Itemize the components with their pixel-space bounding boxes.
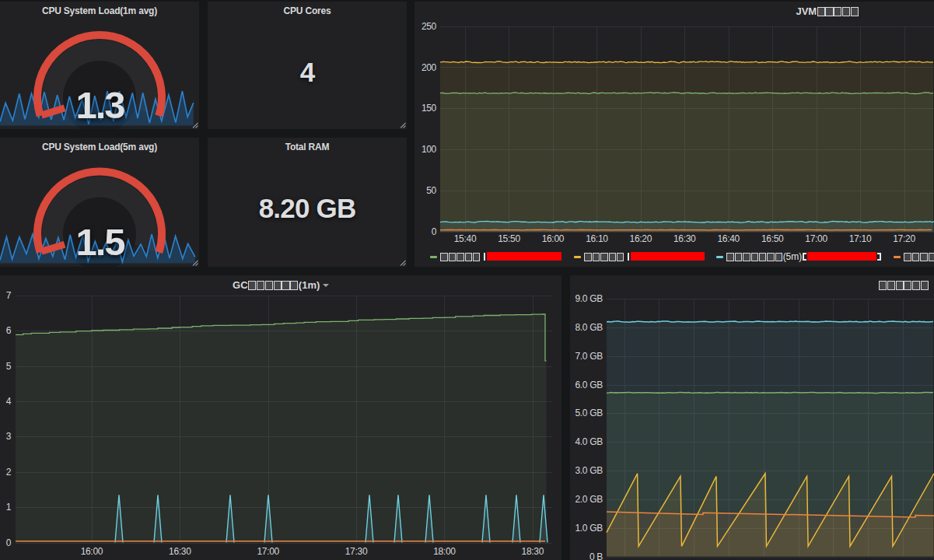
svg-text:16:30: 16:30 <box>673 233 696 244</box>
svg-text:17:30: 17:30 <box>345 546 368 557</box>
svg-text:7: 7 <box>6 290 12 301</box>
svg-text:6.0 GB: 6.0 GB <box>575 380 603 390</box>
svg-text:15:50: 15:50 <box>498 233 520 244</box>
svg-text:16:40: 16:40 <box>717 233 740 244</box>
svg-text:8.0 GB: 8.0 GB <box>575 322 603 333</box>
svg-text:3.0 GB: 3.0 GB <box>575 465 603 476</box>
svg-text:100: 100 <box>422 144 437 155</box>
svg-text:15:40: 15:40 <box>454 233 477 244</box>
svg-text:9.0 GB: 9.0 GB <box>575 293 603 304</box>
svg-text:2.0 GB: 2.0 GB <box>575 494 603 505</box>
svg-text:0 B: 0 B <box>589 551 603 560</box>
svg-text:250: 250 <box>422 21 437 32</box>
svg-text:4: 4 <box>6 396 12 407</box>
svg-text:2: 2 <box>6 467 12 478</box>
svg-text:16:00: 16:00 <box>81 546 103 557</box>
svg-text:16:50: 16:50 <box>761 233 784 244</box>
svg-text:0: 0 <box>6 537 12 548</box>
svg-text:18:30: 18:30 <box>522 546 544 557</box>
svg-text:16:20: 16:20 <box>630 233 652 244</box>
svg-text:18:00: 18:00 <box>433 546 456 557</box>
svg-text:1: 1 <box>6 502 12 513</box>
svg-text:5: 5 <box>6 361 12 372</box>
svg-text:5.0 GB: 5.0 GB <box>575 408 603 418</box>
svg-text:3: 3 <box>6 431 12 442</box>
svg-text:17:10: 17:10 <box>849 233 872 244</box>
svg-text:50: 50 <box>426 185 436 196</box>
svg-text:1.0 GB: 1.0 GB <box>575 523 603 534</box>
svg-text:0: 0 <box>432 226 437 237</box>
svg-text:4.0 GB: 4.0 GB <box>575 436 603 447</box>
svg-text:1.3: 1.3 <box>75 84 124 126</box>
svg-text:16:10: 16:10 <box>586 233 608 244</box>
svg-text:7.0 GB: 7.0 GB <box>575 351 603 362</box>
svg-text:17:20: 17:20 <box>893 233 915 244</box>
svg-text:16:30: 16:30 <box>169 546 191 557</box>
svg-text:1.5: 1.5 <box>75 221 124 263</box>
svg-text:16:00: 16:00 <box>542 233 565 244</box>
svg-text:6: 6 <box>6 325 12 336</box>
svg-text:17:00: 17:00 <box>257 546 279 557</box>
svg-text:17:00: 17:00 <box>805 233 827 244</box>
svg-text:150: 150 <box>422 103 437 114</box>
svg-text:200: 200 <box>422 62 437 73</box>
